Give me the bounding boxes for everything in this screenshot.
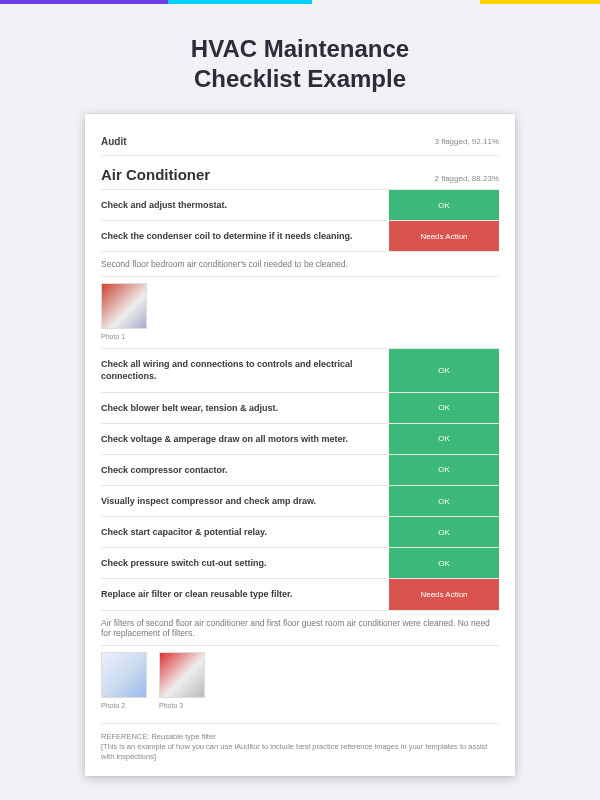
photo-block: Photo 1: [101, 283, 147, 340]
checklist-item-row: Check the condenser coil to determine if…: [101, 221, 499, 252]
checklist-item-label: Check start capacitor & potential relay.: [101, 517, 389, 547]
stripe-purple: [0, 0, 168, 4]
status-ok-button[interactable]: OK: [389, 455, 499, 485]
checklist-item-row: Check start capacitor & potential relay.…: [101, 517, 499, 548]
photo-thumbnail[interactable]: [101, 283, 147, 329]
checklist-item-label: Check blower belt wear, tension & adjust…: [101, 393, 389, 423]
page-title: HVAC Maintenance Checklist Example: [100, 34, 500, 94]
page-title-line1: HVAC Maintenance: [191, 35, 409, 62]
checklist-item-row: Check and adjust thermostat.OK: [101, 190, 499, 221]
note-text: Air filters of second floor air conditio…: [101, 611, 499, 646]
note-text: Second floor bedroom air conditioner's c…: [101, 252, 499, 277]
checklist-item-label: Check the condenser coil to determine if…: [101, 221, 389, 251]
checklist-item-row: Replace air filter or clean reusable typ…: [101, 579, 499, 610]
audit-document: Audit 3 flagged, 92.11% Air Conditioner …: [85, 114, 515, 776]
photo-thumbnail[interactable]: [101, 652, 147, 698]
photo-caption: Photo 3: [159, 702, 205, 709]
photo-strip-1: Photo 1: [101, 277, 499, 349]
checklist-item-label: Visually inspect compressor and check am…: [101, 486, 389, 516]
photo-block: Photo 3: [159, 652, 205, 709]
checklist-item-label: Check all wiring and connections to cont…: [101, 349, 389, 391]
stripe-cyan: [168, 0, 312, 4]
reference-body: [This is an example of how you can use i…: [101, 742, 499, 762]
photo-strip-2: Photo 2 Photo 3: [101, 646, 499, 717]
audit-meta: 3 flagged, 92.11%: [435, 137, 500, 146]
audit-label: Audit: [101, 136, 127, 147]
status-ok-button[interactable]: OK: [389, 548, 499, 578]
status-needs-action-button[interactable]: Needs Action: [389, 221, 499, 251]
checklist-item-row: Check all wiring and connections to cont…: [101, 349, 499, 392]
photo-block: Photo 2: [101, 652, 147, 709]
checklist-item-label: Check voltage & amperage draw on all mot…: [101, 424, 389, 454]
checklist-item-label: Check pressure switch cut-out setting.: [101, 548, 389, 578]
stripe-yellow: [480, 0, 600, 4]
status-ok-button[interactable]: OK: [389, 424, 499, 454]
reference-title: REFERENCE: Reusable type filter: [101, 732, 499, 742]
section-meta: 2 flagged, 88.23%: [435, 174, 500, 183]
photo-thumbnail[interactable]: [159, 652, 205, 698]
checklist-item-row: Check pressure switch cut-out setting.OK: [101, 548, 499, 579]
accent-stripe: [0, 0, 600, 4]
status-needs-action-button[interactable]: Needs Action: [389, 579, 499, 609]
status-ok-button[interactable]: OK: [389, 486, 499, 516]
checklist-item-row: Visually inspect compressor and check am…: [101, 486, 499, 517]
reference-block: REFERENCE: Reusable type filter [This is…: [101, 723, 499, 762]
checklist-item-row: Check voltage & amperage draw on all mot…: [101, 424, 499, 455]
checklist-item-label: Check and adjust thermostat.: [101, 190, 389, 220]
checklist-item-label: Check compressor contactor.: [101, 455, 389, 485]
status-ok-button[interactable]: OK: [389, 349, 499, 391]
section-title: Air Conditioner: [101, 166, 210, 183]
photo-caption: Photo 1: [101, 333, 147, 340]
status-ok-button[interactable]: OK: [389, 517, 499, 547]
status-ok-button[interactable]: OK: [389, 190, 499, 220]
page-title-line2: Checklist Example: [194, 65, 406, 92]
checklist-item-row: Check blower belt wear, tension & adjust…: [101, 393, 499, 424]
audit-header-row: Audit 3 flagged, 92.11%: [101, 130, 499, 156]
checklist-item-row: Check compressor contactor.OK: [101, 455, 499, 486]
section-header-row: Air Conditioner 2 flagged, 88.23%: [101, 156, 499, 190]
photo-caption: Photo 2: [101, 702, 147, 709]
status-ok-button[interactable]: OK: [389, 393, 499, 423]
checklist-item-label: Replace air filter or clean reusable typ…: [101, 579, 389, 609]
stripe-gap: [312, 0, 480, 4]
